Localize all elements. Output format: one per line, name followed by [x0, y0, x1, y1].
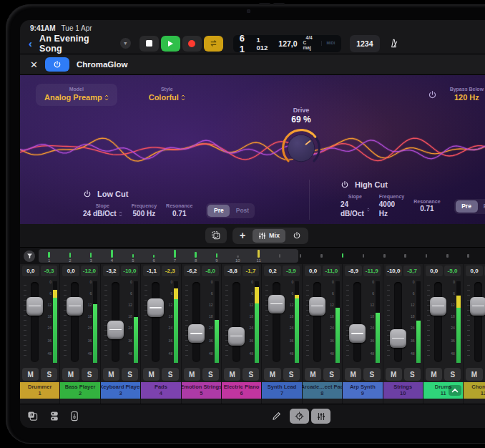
mix-tab[interactable]: Mix: [253, 229, 285, 243]
navigator-channel[interactable]: 4: [102, 249, 122, 263]
peak-level-value[interactable]: -9,3: [41, 266, 58, 276]
bypass-power-icon[interactable]: [428, 90, 437, 99]
fader-handle[interactable]: [470, 297, 485, 316]
volume-value[interactable]: -6,2: [184, 266, 201, 276]
mute-button[interactable]: M: [466, 368, 482, 381]
collapse-stack-button[interactable]: [449, 385, 461, 396]
peak-level-value[interactable]: -3,7: [403, 266, 421, 276]
volume-value[interactable]: -8,9: [345, 266, 362, 276]
fader-handle[interactable]: [147, 298, 164, 317]
track-name-tile[interactable]: Pads4: [141, 382, 180, 399]
solo-button[interactable]: S: [444, 368, 461, 381]
style-selector[interactable]: Style Colorful: [144, 84, 190, 106]
navigator-channel[interactable]: [353, 249, 374, 263]
navigator-channel[interactable]: [374, 249, 395, 263]
navigator-channel[interactable]: 9: [206, 249, 227, 263]
track-name-tile[interactable]: Bass Player2: [60, 382, 99, 399]
bypass-below-control[interactable]: Bypass Below 120 Hz: [450, 87, 484, 103]
stack-icon[interactable]: [49, 411, 59, 422]
track-name-tile[interactable]: Synth Lead7: [262, 382, 301, 399]
peak-level-value[interactable]: -1,7: [242, 266, 260, 276]
low-cut-slope[interactable]: Slope 24 dB/Oct: [83, 203, 122, 218]
peak-level-value[interactable]: -5,0: [444, 266, 461, 276]
volume-value[interactable]: -3,2: [103, 266, 120, 276]
track-name-tile[interactable]: Strings10: [383, 382, 423, 399]
solo-button[interactable]: S: [122, 368, 138, 381]
navigator-channel[interactable]: 5: [122, 249, 143, 263]
duplicate-plugin-button[interactable]: [205, 228, 227, 243]
volume-value[interactable]: -1,1: [143, 266, 160, 276]
chevron-down-icon[interactable]: ▾: [120, 38, 131, 49]
navigator-channel[interactable]: 1: [39, 249, 59, 263]
stop-button[interactable]: [139, 36, 159, 52]
peak-level-value[interactable]: -10,0: [121, 266, 138, 276]
solo-button[interactable]: S: [283, 368, 300, 381]
navigator-channel[interactable]: [269, 249, 290, 263]
track-name-tile[interactable]: Arcade…eet Pad8: [303, 382, 342, 399]
fader-handle[interactable]: [430, 297, 446, 316]
mute-button[interactable]: M: [184, 368, 200, 381]
track-name-tile[interactable]: Emotion Strings5: [182, 382, 221, 399]
volume-value[interactable]: 0,2: [264, 266, 281, 276]
navigator-channel[interactable]: [311, 249, 332, 263]
solo-button[interactable]: S: [242, 368, 259, 381]
knob-controls-button[interactable]: [290, 409, 309, 424]
solo-button[interactable]: S: [41, 368, 57, 381]
record-button[interactable]: [182, 36, 202, 52]
navigator-channel[interactable]: [416, 249, 436, 263]
peak-level-value[interactable]: -8,0: [202, 266, 219, 276]
plugin-power-toggle[interactable]: [45, 57, 69, 72]
navigator-channel[interactable]: 8: [185, 249, 206, 263]
navigator-channel[interactable]: [290, 249, 311, 263]
low-cut-power-icon[interactable]: [83, 190, 92, 198]
high-cut-power-icon[interactable]: [341, 180, 349, 189]
solo-button[interactable]: S: [363, 368, 380, 381]
post-button[interactable]: Post: [231, 205, 253, 217]
fader-handle[interactable]: [390, 329, 406, 348]
navigator-channel[interactable]: 10: [227, 249, 248, 263]
high-cut-frequency[interactable]: Frequency 4000 Hz: [379, 194, 404, 218]
navigator-channel[interactable]: 7: [165, 249, 185, 263]
fader-handle[interactable]: [268, 295, 285, 313]
navigator-channel[interactable]: [395, 249, 416, 263]
cycle-button[interactable]: [204, 36, 223, 52]
mute-button[interactable]: M: [143, 368, 160, 381]
volume-value[interactable]: 0,0: [466, 266, 483, 276]
track-name-tile[interactable]: Electric Piano6: [222, 382, 261, 399]
post-button[interactable]: Post: [479, 200, 485, 213]
track-name-tile[interactable]: Arp Synth9: [343, 382, 382, 399]
mute-button[interactable]: M: [305, 368, 321, 381]
low-cut-frequency[interactable]: Frequency 500 Hz: [132, 203, 157, 218]
track-name-tile[interactable]: Chorus V12: [464, 382, 485, 399]
track-name-tile[interactable]: Keyboard Player3: [101, 382, 140, 399]
peak-level-value[interactable]: -2,3: [162, 266, 179, 276]
pencil-icon[interactable]: [272, 412, 281, 421]
solo-button[interactable]: S: [162, 368, 178, 381]
fader-handle[interactable]: [26, 297, 43, 316]
model-selector[interactable]: Model Analog Preamp: [36, 84, 117, 106]
metronome-button[interactable]: [384, 35, 403, 52]
peak-level-value[interactable]: -11,0: [323, 266, 340, 276]
peak-level-value[interactable]: -3,9: [283, 266, 300, 276]
solo-button[interactable]: S: [202, 368, 219, 381]
navigator-channel[interactable]: 6: [144, 249, 165, 263]
lcd-display[interactable]: 6 1 1 012 127,0 4/4 C maj MIDI: [233, 35, 341, 52]
mute-button[interactable]: M: [426, 368, 442, 381]
peak-level-value[interactable]: -11,9: [363, 266, 381, 276]
mute-button[interactable]: M: [264, 368, 280, 381]
solo-button[interactable]: S: [323, 368, 340, 381]
fader-handle[interactable]: [349, 324, 366, 343]
mixer-power-button[interactable]: [287, 229, 307, 243]
filter-button[interactable]: [24, 250, 35, 262]
plug-icon[interactable]: [70, 411, 79, 422]
song-title[interactable]: An Evening Song: [39, 34, 113, 54]
mute-button[interactable]: M: [345, 368, 361, 381]
mute-button[interactable]: M: [224, 368, 240, 381]
navigator-channel[interactable]: [332, 249, 353, 263]
volume-value[interactable]: 0,0: [22, 266, 39, 276]
high-cut-slope[interactable]: Slope 24 dB/Oct: [341, 194, 370, 218]
navigator-channel[interactable]: [437, 249, 458, 263]
mute-button[interactable]: M: [386, 368, 402, 381]
pre-button[interactable]: Pre: [207, 205, 230, 217]
faders-button[interactable]: [311, 409, 330, 424]
